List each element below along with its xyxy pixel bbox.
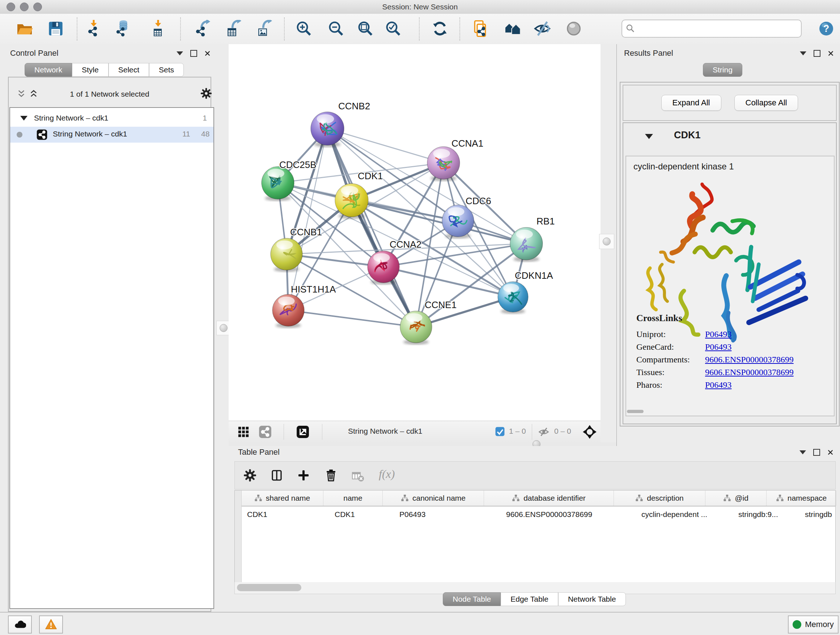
tab-sets[interactable]: Sets	[149, 63, 184, 77]
hide-selected-icon[interactable]	[534, 20, 551, 37]
network-edge[interactable]	[327, 128, 416, 327]
panel-close-icon[interactable]	[204, 50, 210, 57]
tab-select[interactable]: Select	[109, 63, 149, 77]
zoom-out-icon[interactable]	[327, 20, 345, 37]
clone-network-icon[interactable]	[471, 20, 489, 37]
results-hscroll-thumb[interactable]	[627, 410, 644, 413]
table-cell[interactable]: 9606.ENSP00000378699	[500, 507, 636, 523]
panel-menu-icon[interactable]	[800, 51, 806, 55]
zoom-in-icon[interactable]	[295, 20, 313, 37]
detach-view-icon[interactable]	[296, 425, 309, 439]
panel-menu-icon[interactable]	[177, 51, 183, 55]
refresh-icon[interactable]	[431, 20, 448, 37]
table-hscroll-thumb[interactable]	[237, 584, 302, 591]
network-row-selected[interactable]: String Network – cdk1 11 48	[10, 127, 213, 143]
table-cell[interactable]: cyclin-dependent ...	[636, 507, 733, 523]
table-cell[interactable]: P06493	[393, 507, 500, 523]
column-header-description[interactable]: description	[614, 491, 706, 506]
collection-expand-icon[interactable]	[20, 116, 27, 120]
column-header-name[interactable]: name	[324, 491, 383, 506]
export-network-icon[interactable]	[195, 20, 213, 37]
tab-style[interactable]: Style	[72, 63, 109, 77]
open-session-icon[interactable]	[16, 20, 33, 37]
network-edge[interactable]	[384, 267, 513, 297]
zoom-selected-icon[interactable]	[385, 20, 402, 37]
crosslink-link[interactable]: 9606.ENSP00000378699	[705, 367, 794, 377]
panel-close-icon[interactable]	[828, 50, 834, 57]
delete-column-icon[interactable]	[325, 469, 338, 482]
crosslink-link[interactable]: P06493	[705, 329, 731, 339]
panel-float-icon[interactable]	[813, 50, 821, 57]
network-node-HIST1H1A[interactable]	[272, 295, 304, 328]
network-node-CDK1[interactable]	[335, 184, 368, 219]
tab-edge-table[interactable]: Edge Table	[501, 592, 558, 606]
table-panel-title: Table Panel	[238, 448, 279, 457]
expand-all-button[interactable]: Expand All	[661, 95, 722, 111]
network-node-CDC6[interactable]	[442, 205, 474, 239]
panel-menu-icon[interactable]	[799, 450, 806, 454]
show-all-icon[interactable]	[565, 20, 583, 37]
panel-float-icon[interactable]	[190, 50, 197, 57]
function-builder-icon[interactable]: f(x)	[379, 467, 395, 481]
network-edge[interactable]	[327, 128, 444, 163]
network-view[interactable]: CCNB2CCNA1CDC25BCDK1CDC6RB1CCNB1CCNA2CDK…	[229, 44, 600, 421]
import-network-database-icon[interactable]	[116, 20, 133, 37]
save-session-icon[interactable]	[47, 20, 65, 37]
tab-string[interactable]: String	[703, 63, 742, 77]
memory-button[interactable]: Memory	[788, 616, 838, 633]
first-neighbors-icon[interactable]	[504, 20, 521, 37]
cloud-button[interactable]	[8, 616, 32, 633]
warnings-button[interactable]	[39, 616, 63, 633]
crosslink-link[interactable]: 9606.ENSP00000378699	[705, 355, 794, 364]
table-cell[interactable]: CDK1	[329, 507, 393, 523]
panel-close-icon[interactable]	[827, 449, 834, 455]
table-cell[interactable]: CDK1	[241, 507, 329, 523]
network-edge[interactable]	[288, 128, 327, 310]
ribbon-stroke	[672, 234, 695, 253]
hidden-eye-slash-icon[interactable]	[538, 426, 549, 437]
import-network-file-icon[interactable]	[87, 20, 104, 37]
export-table-icon[interactable]	[226, 20, 243, 37]
entry-collapse-icon[interactable]	[645, 134, 653, 139]
table-cell[interactable]: stringdb	[799, 507, 840, 523]
network-edge[interactable]	[288, 310, 416, 327]
column-header-shared-name[interactable]: shared name	[241, 491, 324, 506]
network-node-CCNA1[interactable]	[427, 147, 460, 181]
table-settings-gear-icon[interactable]	[243, 469, 256, 482]
panel-float-icon[interactable]	[813, 449, 820, 456]
network-overview-icon[interactable]	[258, 425, 272, 439]
column-header-@id[interactable]: @id	[706, 491, 767, 506]
column-header-database-identifier[interactable]: database identifier	[484, 491, 614, 506]
tab-network[interactable]: Network	[25, 63, 72, 77]
table-row[interactable]: CDK1CDK1P064939606.ENSP00000378699cyclin…	[241, 507, 835, 523]
tab-node-table[interactable]: Node Table	[443, 592, 501, 606]
network-node-RB1[interactable]	[510, 227, 543, 262]
network-collection-row[interactable]: String Network – cdk1 1	[10, 111, 213, 127]
right-splitter-handle[interactable]	[599, 234, 614, 249]
import-table-file-icon[interactable]	[150, 20, 168, 37]
column-header-namespace[interactable]: namespace	[767, 491, 836, 506]
search-input[interactable]	[638, 22, 799, 35]
network-node-CCNE1[interactable]	[400, 311, 432, 345]
zoom-fit-icon[interactable]	[357, 20, 374, 37]
network-node-CDC25B[interactable]	[262, 166, 294, 201]
crosslink-link[interactable]: P06493	[705, 342, 731, 352]
grid-view-icon[interactable]	[237, 426, 249, 438]
export-image-icon[interactable]	[256, 20, 274, 37]
delete-table-icon[interactable]	[351, 470, 364, 483]
tab-network-table[interactable]: Network Table	[558, 592, 626, 606]
table-cell[interactable]: stringdb:9...	[733, 507, 799, 523]
help-icon[interactable]: ?	[818, 20, 835, 37]
crosslink-link[interactable]: P06493	[705, 380, 731, 390]
collapse-all-button[interactable]: Collapse All	[734, 95, 798, 111]
show-columns-icon[interactable]	[270, 469, 283, 482]
birds-eye-crosshair-icon[interactable]	[583, 424, 597, 439]
selected-checkbox-icon[interactable]	[495, 426, 505, 437]
search-field[interactable]	[622, 19, 802, 38]
column-header-canonical-name[interactable]: canonical name	[383, 491, 484, 506]
title-bar: Session: New Session	[0, 0, 840, 14]
cloud-icon	[14, 618, 26, 631]
network-options-gear-icon[interactable]	[201, 88, 212, 99]
network-node-CDKN1A[interactable]	[498, 282, 528, 314]
add-column-icon[interactable]	[297, 469, 310, 482]
